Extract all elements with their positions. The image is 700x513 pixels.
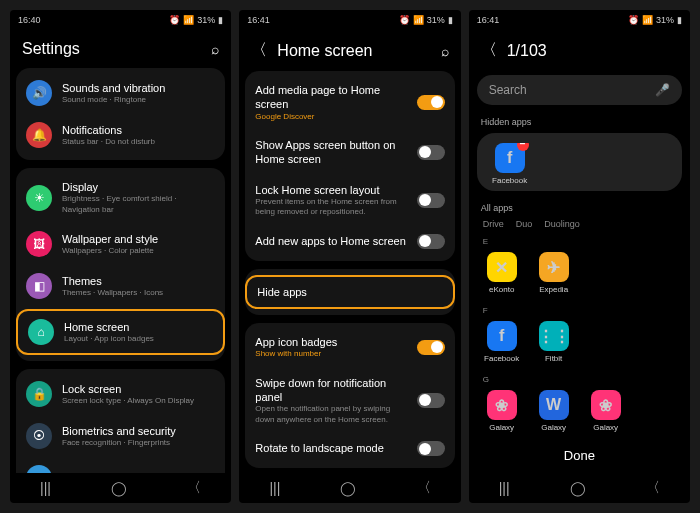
battery-text: 31%	[427, 15, 445, 25]
hidden-apps-label: Hidden apps	[469, 113, 690, 131]
option-add-new-apps-to-home-screen[interactable]: Add new apps to Home screen	[245, 226, 454, 257]
app-label: Galaxy	[477, 423, 527, 432]
category-letter: E	[469, 235, 690, 248]
toggle[interactable]	[417, 234, 445, 249]
home-button[interactable]: ◯	[111, 480, 127, 496]
option-title: Lock Home screen layout	[255, 183, 406, 197]
item-subtitle: Screen lock type · Always On Display	[62, 396, 215, 406]
app-ekonto[interactable]: ✕eKonto	[477, 252, 527, 294]
header: 〈 Home screen ⌕	[239, 30, 460, 71]
options-list: Add media page to Home screenGoogle Disc…	[239, 71, 460, 473]
alpha-crumbs: DriveDuoDuolingo	[469, 217, 690, 235]
crumb: Duo	[516, 219, 533, 229]
recents-button[interactable]: |||	[269, 480, 280, 496]
option-add-media-page-to-home-screen[interactable]: Add media page to Home screenGoogle Disc…	[245, 75, 454, 130]
app-galaxy[interactable]: ❀Galaxy	[581, 390, 631, 432]
toggle[interactable]	[417, 340, 445, 355]
app-facebook[interactable]: fFacebook	[477, 321, 527, 363]
recents-button[interactable]: |||	[40, 480, 51, 496]
app-galaxy[interactable]: WGalaxy	[529, 390, 579, 432]
search-icon[interactable]: ⌕	[211, 41, 219, 57]
settings-item-lock-screen[interactable]: 🔒Lock screenScreen lock type · Always On…	[16, 373, 225, 415]
item-icon: 🖼	[26, 231, 52, 257]
item-icon: 🛡	[26, 465, 52, 473]
clock: 16:40	[18, 15, 41, 25]
status-bar: 16:41 ⏰ 📶 31% ▮	[469, 10, 690, 30]
toggle[interactable]	[417, 441, 445, 456]
battery-text: 31%	[656, 15, 674, 25]
hidden-app-facebook[interactable]: f−Facebook	[485, 143, 535, 185]
option-hide-apps[interactable]: Hide apps	[245, 275, 454, 309]
item-title: Sounds and vibration	[62, 81, 215, 95]
settings-item-home-screen[interactable]: ⌂Home screenLayout · App icon badges	[16, 309, 225, 355]
header: 〈 1/103	[469, 30, 690, 71]
option-app-icon-badges[interactable]: App icon badgesShow with number	[245, 327, 454, 368]
app-icon: ⋮⋮	[539, 321, 569, 351]
app-icon: ✕	[487, 252, 517, 282]
battery-icon: ▮	[218, 15, 223, 25]
settings-screen: 16:40 ⏰ 📶 31% ▮ Settings ⌕ 🔊Sounds and v…	[10, 10, 231, 503]
item-subtitle: Brightness · Eye comfort shield · Naviga…	[62, 194, 215, 215]
toggle[interactable]	[417, 95, 445, 110]
back-button[interactable]: 〈	[646, 479, 660, 497]
back-button[interactable]: 〈	[417, 479, 431, 497]
hide-apps-screen: 16:41 ⏰ 📶 31% ▮ 〈 1/103 Search 🎤 Hidden …	[469, 10, 690, 503]
category-letter: G	[469, 373, 690, 386]
item-title: Display	[62, 180, 215, 194]
app-galaxy[interactable]: ❀Galaxy	[477, 390, 527, 432]
option-rotate-to-landscape-mode[interactable]: Rotate to landscape mode	[245, 433, 454, 464]
remove-badge-icon[interactable]: −	[517, 143, 529, 151]
search-icon[interactable]: ⌕	[441, 43, 449, 59]
settings-item-biometrics-and-security[interactable]: ⦿Biometrics and securityFace recognition…	[16, 415, 225, 457]
settings-item-display[interactable]: ☀DisplayBrightness · Eye comfort shield …	[16, 172, 225, 223]
recents-button[interactable]: |||	[499, 480, 510, 496]
option-title: Add media page to Home screen	[255, 83, 406, 112]
home-button[interactable]: ◯	[570, 480, 586, 496]
nav-bar: ||| ◯ 〈	[10, 473, 231, 503]
toggle[interactable]	[417, 193, 445, 208]
app-icon: ✈	[539, 252, 569, 282]
option-lock-home-screen-layout[interactable]: Lock Home screen layoutPrevent items on …	[245, 175, 454, 226]
back-icon[interactable]: 〈	[481, 40, 497, 61]
toggle[interactable]	[417, 393, 445, 408]
option-subtitle: Show with number	[255, 349, 406, 359]
settings-item-privacy[interactable]: 🛡Privacy	[16, 457, 225, 473]
app-label: Facebook	[485, 176, 535, 185]
option-show-apps-screen-button-on-home-screen[interactable]: Show Apps screen button on Home screen	[245, 130, 454, 175]
app-label: Expedia	[529, 285, 579, 294]
item-subtitle: Status bar · Do not disturb	[62, 137, 215, 147]
alarm-icon: ⏰	[169, 15, 180, 25]
settings-list: 🔊Sounds and vibrationSound mode · Ringto…	[10, 68, 231, 473]
option-subtitle: Google Discover	[255, 112, 406, 122]
toggle[interactable]	[417, 145, 445, 160]
item-subtitle: Themes · Wallpapers · Icons	[62, 288, 215, 298]
app-icon: f−	[495, 143, 525, 173]
settings-item-sounds-and-vibration[interactable]: 🔊Sounds and vibrationSound mode · Ringto…	[16, 72, 225, 114]
settings-item-notifications[interactable]: 🔔NotificationsStatus bar · Do not distur…	[16, 114, 225, 156]
option-subtitle: Open the notification panel by swiping d…	[255, 404, 406, 425]
crumb: Drive	[483, 219, 504, 229]
settings-item-wallpaper-and-style[interactable]: 🖼Wallpaper and styleWallpapers · Color p…	[16, 223, 225, 265]
settings-item-themes[interactable]: ◧ThemesThemes · Wallpapers · Icons	[16, 265, 225, 307]
category-letter: F	[469, 304, 690, 317]
item-icon: 🔊	[26, 80, 52, 106]
page-title: Home screen	[277, 42, 430, 60]
clock: 16:41	[247, 15, 270, 25]
done-button[interactable]: Done	[469, 438, 690, 473]
app-fitbit[interactable]: ⋮⋮Fitbit	[529, 321, 579, 363]
search-input[interactable]: Search 🎤	[477, 75, 682, 105]
item-icon: ⌂	[28, 319, 54, 345]
option-title: Swipe down for notification panel	[255, 376, 406, 405]
back-button[interactable]: 〈	[187, 479, 201, 497]
home-button[interactable]: ◯	[340, 480, 356, 496]
app-label: Fitbit	[529, 354, 579, 363]
app-expedia[interactable]: ✈Expedia	[529, 252, 579, 294]
item-subtitle: Layout · App icon badges	[64, 334, 213, 344]
option-title: Rotate to landscape mode	[255, 441, 406, 455]
mic-icon[interactable]: 🎤	[655, 83, 670, 97]
battery-text: 31%	[197, 15, 215, 25]
crumb: Duolingo	[544, 219, 580, 229]
option-swipe-down-for-notification-panel[interactable]: Swipe down for notification panelOpen th…	[245, 368, 454, 433]
back-icon[interactable]: 〈	[251, 40, 267, 61]
option-subtitle: Prevent items on the Home screen from be…	[255, 197, 406, 218]
